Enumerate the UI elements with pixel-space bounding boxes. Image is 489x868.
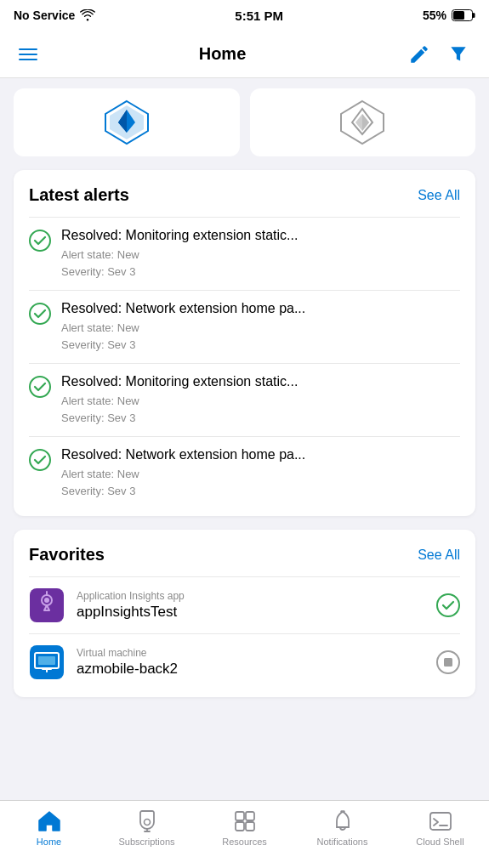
menu-button[interactable] [15,45,41,64]
alert-title-3: Resolved: Monitoring extension static... [61,374,460,389]
vm-icon-wrap [29,644,65,680]
cloud-shell-tab-icon [429,809,452,833]
resolved-check-icon-4 [29,449,51,471]
tab-home[interactable]: Home [0,808,98,847]
status-time: 5:51 PM [235,9,283,23]
svg-rect-22 [236,822,244,831]
svg-point-6 [30,230,50,251]
favorites-header: Favorites See All [29,545,460,564]
alerts-title: Latest alerts [29,185,129,205]
edit-button[interactable] [404,39,435,70]
tab-home-label: Home [37,837,61,847]
svg-point-9 [30,450,50,470]
tab-resources[interactable]: Resources [196,808,293,847]
tab-bar: Home Subscriptions Resources [0,800,489,868]
fav-name-2: azmobile-back2 [77,661,424,678]
alert-item[interactable]: Resolved: Network extension home pa... A… [29,436,460,509]
fav-item-insights[interactable]: Application Insights app appInsightsTest [29,576,460,633]
svg-rect-2 [453,11,464,20]
svg-rect-1 [472,13,475,18]
alert-meta-2: Alert state: New Severity: Sev 3 [61,320,460,353]
alert-title-4: Resolved: Network extension home pa... [61,447,460,462]
virtual-machine-icon [30,645,64,679]
battery-icon [452,9,475,21]
alert-title-1: Resolved: Monitoring extension static... [61,228,460,243]
home-tab-icon [37,809,61,833]
svg-point-8 [30,377,50,397]
filter-button[interactable] [443,39,474,70]
battery-pct: 55% [423,9,446,22]
svg-rect-24 [430,813,451,830]
alert-meta-4: Alert state: New Severity: Sev 3 [61,466,460,499]
svg-point-7 [30,304,50,324]
azure-blue-icon [101,97,152,148]
insights-icon-wrap [29,587,65,623]
latest-alerts-card: Latest alerts See All Resolved: Monitori… [14,170,475,516]
top-card-azure[interactable] [14,88,240,156]
resolved-check-icon-2 [29,303,51,325]
alert-item[interactable]: Resolved: Monitoring extension static...… [29,363,460,436]
svg-point-12 [44,598,49,603]
subscriptions-tab-icon [135,809,159,833]
wifi-icon [80,9,95,21]
tab-subscriptions-label: Subscriptions [118,837,174,847]
alerts-see-all[interactable]: See All [418,188,460,203]
svg-point-19 [144,820,150,825]
svg-rect-23 [246,822,254,831]
fav-status-ok-icon [436,593,460,617]
svg-rect-20 [236,812,244,820]
fav-type-1: Application Insights app [77,590,424,602]
resolved-check-icon-3 [29,376,51,398]
status-left: No Service [14,9,95,22]
page-title: Home [41,44,404,64]
tab-subscriptions[interactable]: Subscriptions [98,808,196,847]
top-cards-row [0,78,489,156]
alert-meta-3: Alert state: New Severity: Sev 3 [61,393,460,426]
status-right: 55% [423,9,475,22]
resolved-check-icon-1 [29,230,51,252]
notifications-tab-icon [331,809,355,833]
tab-cloud-shell[interactable]: Cloud Shell [391,808,489,847]
alert-title-2: Resolved: Network extension home pa... [61,301,460,316]
alert-item[interactable]: Resolved: Monitoring extension static...… [29,217,460,290]
resource-gray-icon [337,97,388,148]
svg-rect-21 [246,812,254,820]
app-insights-icon [30,588,64,622]
tab-notifications-label: Notifications [317,837,368,847]
fav-name-1: appInsightsTest [77,604,424,621]
svg-rect-18 [444,658,452,667]
status-bar: No Service 5:51 PM 55% [0,0,489,31]
tab-notifications[interactable]: Notifications [293,808,391,847]
svg-rect-16 [38,656,55,665]
alert-meta-1: Alert state: New Severity: Sev 3 [61,247,460,280]
tab-cloud-shell-label: Cloud Shell [416,837,463,847]
nav-bar: Home [0,31,489,78]
alerts-header: Latest alerts See All [29,185,460,205]
fav-status-stopped-icon [436,650,460,674]
tab-resources-label: Resources [222,837,267,847]
favorites-see-all[interactable]: See All [418,547,460,563]
fav-type-2: Virtual machine [77,647,424,659]
top-card-resource[interactable] [250,88,476,156]
favorites-title: Favorites [29,545,105,564]
no-service-text: No Service [14,9,75,22]
alert-item[interactable]: Resolved: Network extension home pa... A… [29,290,460,363]
fav-item-vm[interactable]: Virtual machine azmobile-back2 [29,633,460,690]
resources-tab-icon [233,809,257,833]
favorites-card: Favorites See All Application Insights a… [14,530,475,697]
svg-point-13 [437,594,459,616]
